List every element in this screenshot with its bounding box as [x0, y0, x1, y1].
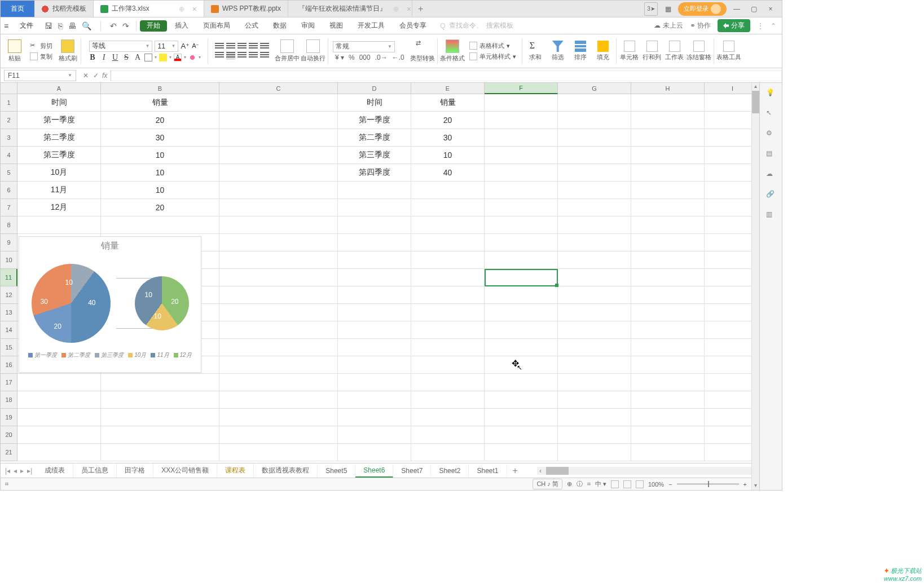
cell-D5[interactable]: 第四季度 — [338, 164, 411, 182]
bold-button[interactable]: B — [88, 53, 97, 62]
col-header-A[interactable]: A — [17, 83, 101, 94]
cloud-status[interactable]: ☁ 未上云 — [654, 21, 683, 30]
cell-D1[interactable]: 时间 — [338, 94, 411, 112]
row-header-9[interactable]: 9 — [1, 234, 17, 251]
number-format-select[interactable]: 常规▼ — [333, 41, 395, 52]
col-header-E[interactable]: E — [411, 83, 485, 94]
cell-G19[interactable] — [558, 409, 631, 426]
layers-icon[interactable]: ▤ — [766, 149, 776, 160]
cell-I10[interactable] — [705, 251, 751, 269]
export-icon[interactable]: ⎘ — [58, 21, 63, 30]
vertical-scrollbar[interactable]: ▴▾ — [751, 83, 759, 490]
tab-templates[interactable]: 找稻壳模板 — [34, 1, 94, 17]
row-header-12[interactable]: 12 — [1, 286, 17, 304]
sheet-tab-active[interactable]: Sheet6 — [355, 464, 393, 478]
cell-I14[interactable] — [705, 321, 751, 339]
cell-C15[interactable] — [219, 339, 338, 356]
grid-icon[interactable]: 3➤ — [644, 2, 658, 16]
cell-B3[interactable]: 30 — [101, 129, 219, 147]
percent-icon[interactable]: % — [349, 54, 355, 61]
freeze-button[interactable]: 冻结窗格 — [687, 41, 711, 61]
cell-C8[interactable] — [219, 217, 338, 234]
cell-D10[interactable] — [338, 251, 411, 269]
cell-B19[interactable] — [101, 409, 219, 426]
cell-E12[interactable] — [411, 286, 485, 304]
cell-C2[interactable] — [219, 112, 338, 129]
cell-I18[interactable] — [705, 391, 751, 409]
coop-button[interactable]: ⚭ 协作 — [690, 21, 711, 30]
cell-A17[interactable] — [17, 374, 101, 391]
cell-D16[interactable] — [338, 356, 411, 374]
cell-E20[interactable] — [411, 426, 485, 444]
worksheet-button[interactable]: 工作表 — [664, 41, 685, 61]
ribbon-tab-layout[interactable]: 页面布局 — [196, 17, 237, 34]
cell-F21[interactable] — [485, 444, 558, 461]
fill-color-button[interactable] — [159, 54, 167, 61]
cell-button[interactable]: 单元格 — [619, 41, 640, 61]
cell-A19[interactable] — [17, 409, 101, 426]
zoom-out-icon[interactable]: − — [668, 481, 672, 488]
cell-C7[interactable] — [219, 199, 338, 217]
cell-G6[interactable] — [558, 182, 631, 199]
font-family-select[interactable]: 等线▼ — [89, 41, 152, 52]
minimize-button[interactable]: — — [730, 2, 743, 16]
menu-icon[interactable]: ≡ — [1, 21, 12, 30]
cell-H20[interactable] — [631, 426, 705, 444]
cell-C1[interactable] — [219, 94, 338, 112]
row-header-8[interactable]: 8 — [1, 217, 17, 234]
cloud-icon[interactable]: ☁ — [766, 170, 776, 180]
cell-F16[interactable] — [485, 356, 558, 374]
row-header-20[interactable]: 20 — [1, 426, 17, 444]
row-header-18[interactable]: 18 — [1, 391, 17, 409]
view-layout-icon[interactable] — [623, 480, 631, 488]
search-templates[interactable]: 搜索模板 — [486, 21, 513, 30]
row-header-3[interactable]: 3 — [1, 129, 17, 147]
cell-E5[interactable]: 40 — [411, 164, 485, 182]
cell-H15[interactable] — [631, 339, 705, 356]
cell-G7[interactable] — [558, 199, 631, 217]
stat-icon[interactable]: 中 ▾ — [595, 480, 606, 488]
cell-H8[interactable] — [631, 217, 705, 234]
cell-A8[interactable] — [17, 217, 101, 234]
cell-I17[interactable] — [705, 374, 751, 391]
cell-F11[interactable] — [485, 269, 558, 286]
cell-I5[interactable] — [705, 164, 751, 182]
cell-H3[interactable] — [631, 129, 705, 147]
cell-C20[interactable] — [219, 426, 338, 444]
cell-G20[interactable] — [558, 426, 631, 444]
cell-C11[interactable] — [219, 269, 338, 286]
cell-B2[interactable]: 20 — [101, 112, 219, 129]
cell-A5[interactable]: 10月 — [17, 164, 101, 182]
cell-A2[interactable]: 第一季度 — [17, 112, 101, 129]
cell-E16[interactable] — [411, 356, 485, 374]
cell-D6[interactable] — [338, 182, 411, 199]
zoom-in-icon[interactable]: + — [743, 481, 747, 488]
cell-I7[interactable] — [705, 199, 751, 217]
sheet-tab[interactable]: 成绩表 — [37, 463, 73, 478]
table-tools-button[interactable]: 表格工具 — [716, 41, 741, 61]
chart-object[interactable]: 销量 10 30 20 40 20 10 10 — [19, 236, 201, 373]
cell-D3[interactable]: 第二季度 — [338, 129, 411, 147]
col-header-F[interactable]: F — [485, 83, 558, 94]
cell-F1[interactable] — [485, 94, 558, 112]
ribbon-tab-insert[interactable]: 插入 — [168, 17, 195, 34]
sheet-tab[interactable]: Sheet5 — [318, 465, 355, 477]
align-center-icon[interactable] — [226, 52, 235, 60]
cell-H16[interactable] — [631, 356, 705, 374]
tab-home[interactable]: 首页 — [1, 1, 34, 17]
restore-button[interactable]: ▢ — [747, 2, 760, 16]
cell-H4[interactable] — [631, 147, 705, 164]
ime-status[interactable]: CH ♪ 简 — [533, 479, 562, 489]
lightbulb-icon[interactable]: 💡 — [766, 89, 776, 99]
col-header-D[interactable]: D — [338, 83, 411, 94]
tab-ppt-tutorial[interactable]: WPS PPT教程.pptx — [204, 1, 288, 17]
cell-A7[interactable]: 12月 — [17, 199, 101, 217]
cell-A21[interactable] — [17, 444, 101, 461]
clear-format-button[interactable] — [188, 54, 196, 61]
cell-D13[interactable] — [338, 304, 411, 321]
cell-C12[interactable] — [219, 286, 338, 304]
fx-icon[interactable]: fx — [102, 72, 107, 80]
cell-D2[interactable]: 第一季度 — [338, 112, 411, 129]
cell-F10[interactable] — [485, 251, 558, 269]
align-justify-icon[interactable] — [249, 52, 258, 60]
